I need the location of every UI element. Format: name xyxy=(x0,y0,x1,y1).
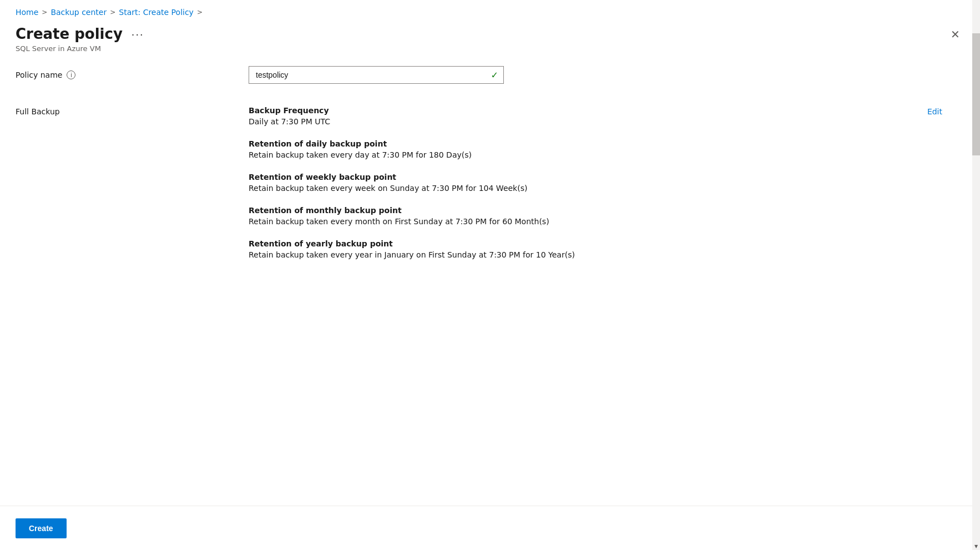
scrollbar-thumb[interactable] xyxy=(972,33,980,155)
footer-bar: Create xyxy=(0,506,980,550)
create-button[interactable]: Create xyxy=(16,518,67,538)
full-backup-label: Full Backup xyxy=(16,106,249,259)
scrollbar-arrow-down[interactable]: ▼ xyxy=(972,542,980,550)
full-backup-section: Full Backup Backup Frequency Daily at 7:… xyxy=(16,106,964,259)
input-valid-checkmark: ✓ xyxy=(491,70,498,80)
page-header: Create policy ··· SQL Server in Azure VM… xyxy=(0,21,980,66)
policy-name-input-wrapper: ✓ xyxy=(249,66,504,84)
retention-daily-value: Retain backup taken every day at 7:30 PM… xyxy=(249,150,927,159)
breadcrumb-create-policy[interactable]: Start: Create Policy xyxy=(119,8,194,17)
page-title-block: Create policy ··· SQL Server in Azure VM xyxy=(16,26,147,53)
policy-name-info-icon[interactable]: i xyxy=(67,70,75,79)
retention-weekly-value: Retain backup taken every week on Sunday… xyxy=(249,184,927,193)
retention-daily-title: Retention of daily backup point xyxy=(249,139,927,148)
breadcrumb-backup-center[interactable]: Backup center xyxy=(50,8,107,17)
backup-frequency-title: Backup Frequency xyxy=(249,106,927,115)
breadcrumb: Home > Backup center > Start: Create Pol… xyxy=(0,0,980,21)
page-title: Create policy xyxy=(16,26,123,42)
policy-name-row: Policy name i ✓ xyxy=(16,66,964,84)
full-backup-content: Backup Frequency Daily at 7:30 PM UTC Re… xyxy=(249,106,927,259)
policy-name-input[interactable] xyxy=(249,66,504,84)
policy-name-label-text: Policy name xyxy=(16,70,62,79)
retention-monthly-value: Retain backup taken every month on First… xyxy=(249,217,927,226)
page-subtitle: SQL Server in Azure VM xyxy=(16,44,147,53)
retention-yearly-value: Retain backup taken every year in Januar… xyxy=(249,250,927,259)
breadcrumb-sep-2: > xyxy=(110,8,115,16)
scrollbar-track: ▼ xyxy=(972,0,980,550)
breadcrumb-sep-1: > xyxy=(42,8,47,16)
policy-name-label: Policy name i xyxy=(16,70,249,79)
close-button[interactable]: ✕ xyxy=(946,26,964,43)
retention-monthly-title: Retention of monthly backup point xyxy=(249,206,927,215)
backup-frequency-value: Daily at 7:30 PM UTC xyxy=(249,117,927,126)
full-backup-inner: Backup Frequency Daily at 7:30 PM UTC Re… xyxy=(249,106,964,259)
page-title-row: Create policy ··· xyxy=(16,26,147,42)
main-content: Policy name i ✓ Full Backup Backup Frequ… xyxy=(0,66,980,259)
retention-weekly-title: Retention of weekly backup point xyxy=(249,173,927,181)
full-backup-edit-link[interactable]: Edit xyxy=(927,106,964,259)
more-options-button[interactable]: ··· xyxy=(129,28,147,39)
breadcrumb-sep-3: > xyxy=(197,8,203,16)
retention-yearly-title: Retention of yearly backup point xyxy=(249,239,927,248)
close-icon: ✕ xyxy=(951,28,960,41)
breadcrumb-home[interactable]: Home xyxy=(16,8,38,17)
